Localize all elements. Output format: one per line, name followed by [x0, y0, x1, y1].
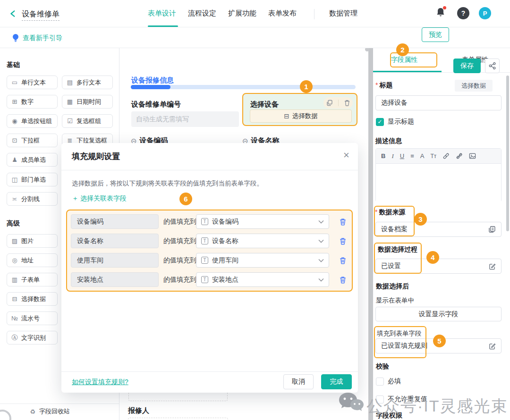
set-display-fields-button[interactable]: 设置显示字段 — [375, 307, 502, 321]
underline-icon[interactable]: U — [400, 152, 404, 160]
add-related-field-link[interactable]: ＋ 选择关联表字段 — [72, 194, 127, 203]
font-size-icon[interactable]: Tᴛ — [430, 153, 436, 160]
field-image[interactable]: ▨图片 — [7, 234, 58, 248]
tab-form-publish[interactable]: 表单发布 — [268, 9, 297, 18]
field-address[interactable]: ◎地址 — [7, 253, 58, 267]
select-data-icon: ⊟ — [11, 295, 18, 302]
selection-process-input[interactable]: 已设置 — [375, 259, 502, 274]
field-select-data[interactable]: ⊟选择数据 — [7, 292, 58, 306]
reporter-field-outline[interactable] — [128, 418, 228, 420]
copy-icon[interactable] — [326, 100, 333, 106]
fill-rules-modal: 填充规则设置 × 选择数据后，将按以下规则将关联表字段的值填充到当前表单字段。 … — [61, 143, 358, 393]
field-single-line-text[interactable]: ▭单行文本 — [7, 76, 58, 89]
rule-target-dropdown[interactable]: T 安装地点 — [196, 272, 329, 287]
show-title-checkbox[interactable]: ✓ — [376, 118, 384, 126]
modal-header-divider — [61, 170, 358, 170]
cancel-button[interactable]: 取消 — [283, 374, 314, 389]
delete-rule-icon[interactable] — [339, 272, 348, 287]
single-line-text-icon: T — [201, 257, 208, 264]
align-icon[interactable]: ≡ — [410, 152, 414, 160]
field-serial-number[interactable]: №流水号 — [7, 311, 58, 325]
panel-scrollbar-thumb[interactable] — [506, 76, 509, 231]
department-select-icon: ◫ — [11, 176, 18, 183]
share-button[interactable] — [485, 59, 500, 73]
widget-select-data-button[interactable]: ⊟ 选择数据 — [250, 109, 352, 123]
serial-field-input[interactable]: 自动生成无需填写 — [131, 111, 239, 127]
field-datetime[interactable]: ▦日期时间 — [62, 95, 113, 109]
tab-form-design[interactable]: 表单设计 — [148, 9, 176, 18]
field-label: 地址 — [21, 256, 34, 265]
italic-icon[interactable]: I — [391, 152, 393, 160]
delete-rule-icon[interactable] — [339, 234, 348, 248]
rule-target-dropdown[interactable]: T 设备编码 — [196, 214, 329, 229]
description-editor[interactable]: B I U ≡ A Tᴛ — [375, 148, 502, 202]
advanced-section-title: 高级 — [7, 219, 20, 228]
modal-description: 选择数据后，将按以下规则将关联表字段的值填充到当前表单字段。 — [72, 179, 263, 188]
rule-target-dropdown[interactable]: T 设备名称 — [196, 234, 329, 248]
no-duplicate-checkbox[interactable] — [376, 395, 384, 403]
radio-group-icon: ◉ — [11, 118, 18, 125]
confirm-button[interactable]: 完成 — [321, 374, 352, 389]
font-color-icon[interactable]: A — [420, 152, 425, 160]
checkbox-group-icon: ☑ — [67, 118, 73, 125]
field-department-select[interactable]: ◫部门单选 — [7, 173, 58, 186]
help-icon[interactable]: ? — [457, 7, 469, 19]
rule-connector: 的值填充到 — [163, 272, 196, 287]
rule-source-input[interactable]: 设备名称 — [71, 234, 159, 248]
data-source-label: 数据来源 — [375, 208, 405, 217]
field-number[interactable]: ⊞数字 — [7, 95, 58, 109]
preview-button[interactable]: 预览 — [422, 27, 449, 42]
field-multi-line-text[interactable]: ▤多行文本 — [62, 76, 113, 89]
close-icon[interactable]: × — [343, 150, 349, 160]
serial-number-icon: № — [11, 315, 18, 322]
divider-icon: ≍ — [11, 195, 18, 202]
field-checkbox-group[interactable]: ☑复选框组 — [62, 114, 113, 128]
tab-data-management[interactable]: 数据管理 — [329, 9, 357, 18]
delete-rule-icon[interactable] — [339, 214, 348, 229]
rule-source-input[interactable]: 安装地点 — [71, 272, 159, 287]
select-data-chip[interactable]: 选择数据 — [455, 80, 493, 92]
address-icon: ◎ — [11, 257, 18, 264]
field-subform[interactable]: ▥子表单 — [7, 273, 58, 286]
active-tab-indicator — [148, 25, 178, 27]
no-duplicate-row: 不允许重复值 — [376, 395, 427, 403]
canvas-scrollbar[interactable] — [368, 48, 373, 420]
field-divider[interactable]: ≍分割线 — [7, 192, 58, 206]
link-icon[interactable] — [442, 152, 450, 160]
rule-source-input[interactable]: 使用车间 — [71, 253, 159, 268]
field-member-select[interactable]: ♟成员单选 — [7, 153, 58, 167]
save-button[interactable]: 保存 — [453, 59, 481, 73]
rule-source-input[interactable]: 设备编码 — [71, 214, 159, 229]
back-icon[interactable] — [9, 10, 17, 17]
bulb-icon — [12, 33, 19, 42]
field-recycle-bin[interactable]: ♻ 字段回收站 — [29, 407, 70, 416]
unlink-icon[interactable] — [456, 152, 463, 160]
delete-icon[interactable] — [344, 100, 350, 106]
notification-bell-icon[interactable] — [436, 7, 445, 19]
fill-rules-help-link[interactable]: 如何设置填充规则? — [72, 378, 128, 386]
required-checkbox[interactable] — [376, 378, 384, 386]
insert-image-icon[interactable] — [469, 152, 476, 160]
field-dropdown[interactable]: ⊡下拉框 — [7, 134, 58, 147]
delete-rule-icon[interactable] — [339, 253, 348, 268]
tab-extensions[interactable]: 扩展功能 — [228, 9, 256, 18]
description-textarea[interactable] — [376, 164, 501, 202]
data-source-input[interactable]: 设备档案 — [375, 222, 502, 237]
title-input[interactable]: 选择设备 — [375, 95, 502, 110]
user-avatar[interactable]: P — [479, 7, 491, 19]
modal-title: 填充规则设置 — [72, 151, 120, 162]
datetime-icon: ▦ — [67, 98, 73, 105]
selected-widget-select-device[interactable]: 选择设备 ⊟ 选择数据 — [242, 93, 357, 126]
linked-form-icon[interactable] — [488, 226, 496, 233]
form-title[interactable]: 设备维修单 — [22, 9, 60, 21]
bold-icon[interactable]: B — [381, 152, 385, 160]
field-ocr[interactable]: Ⓐ文字识别 — [7, 331, 58, 344]
edit-icon[interactable] — [489, 343, 496, 350]
field-radio-group[interactable]: ◉单选按钮组 — [7, 114, 58, 128]
tab-field-properties[interactable]: 字段属性 — [391, 56, 417, 64]
tab-flow-settings[interactable]: 流程设定 — [188, 9, 216, 18]
newbie-guide-link[interactable]: 查看新手引导 — [23, 34, 62, 42]
section-title: 设备报修信息 — [131, 76, 174, 85]
rule-target-dropdown[interactable]: T 使用车间 — [196, 253, 329, 268]
edit-icon[interactable] — [489, 263, 496, 270]
